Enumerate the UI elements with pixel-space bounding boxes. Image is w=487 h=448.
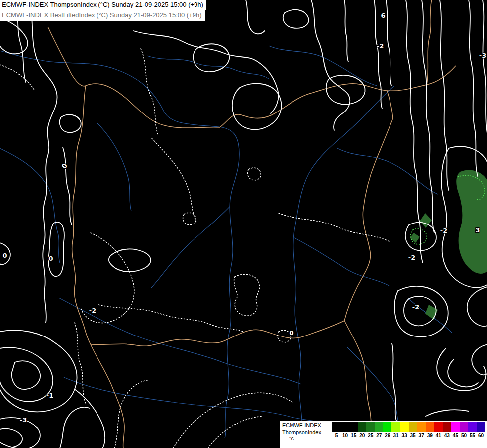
legend-segment: [417, 422, 426, 432]
legend-unit: °C: [282, 436, 330, 442]
legend-segment: [443, 422, 451, 432]
legend-segment: [426, 422, 434, 432]
contour-label: -2: [440, 227, 447, 234]
legend-text-block: ECMWF-INDEX ThompsonIndex °C: [282, 422, 330, 442]
legend-tick: 60: [477, 433, 485, 438]
legend-tick: 15: [349, 433, 358, 438]
map-title-primary: ECMWF-INDEX ThompsonIndex (°C) Sunday 21…: [0, 0, 206, 10]
legend-segment: [391, 422, 400, 432]
legend-segment: [358, 422, 366, 432]
legend-tick: 37: [417, 433, 426, 438]
contour-label: -1: [46, 392, 53, 399]
legend-title: ECMWF-INDEX: [282, 422, 330, 429]
contour-label: 6: [381, 12, 385, 19]
legend-tick: 31: [391, 433, 400, 438]
contour-label: 3: [475, 226, 480, 234]
legend-segment: [400, 422, 409, 432]
legend-tick: 39: [426, 433, 434, 438]
legend-segment: [451, 422, 460, 432]
legend-segment: [460, 422, 468, 432]
map-title-secondary: ECMWF-INDEX BestLiftedIndex (°C) Sunday …: [0, 10, 205, 21]
legend-tick: 10: [341, 433, 349, 438]
contour-label: 0: [48, 255, 53, 262]
contour-label: -3: [20, 416, 27, 424]
legend-tick: 27: [375, 433, 383, 438]
legend-segment: [409, 422, 417, 432]
legend-segment: [477, 422, 485, 432]
legend-colorbar: [332, 422, 485, 432]
legend-segment: [383, 422, 391, 432]
contour-label: 0: [2, 252, 7, 259]
legend-tick: 50: [460, 433, 468, 438]
weather-map: 000-2-1-36-2-3-23-2-20: [0, 0, 487, 448]
contour-label: -2: [412, 303, 419, 311]
header: ECMWF-INDEX ThompsonIndex (°C) Sunday 21…: [0, 0, 206, 21]
legend-segment: [341, 422, 349, 432]
legend-tick-row: 51015202527293133353739414345505560: [332, 433, 485, 438]
weather-map-canvas: 000-2-1-36-2-3-23-2-20: [0, 0, 487, 448]
legend-tick: 41: [434, 433, 443, 438]
contour-label: 0: [289, 329, 293, 336]
legend-tick: 25: [366, 433, 375, 438]
contour-label: -3: [479, 52, 486, 59]
legend-segment: [332, 422, 341, 432]
legend-segment: [375, 422, 383, 432]
legend-tick: 43: [443, 433, 451, 438]
legend-scale: 51015202527293133353739414345505560: [332, 422, 485, 438]
contour-label: -2: [408, 254, 415, 261]
legend-segment: [366, 422, 375, 432]
legend-subtitle: ThompsonIndex: [282, 429, 330, 436]
contour-label: -2: [377, 42, 384, 50]
legend-tick: 35: [409, 433, 417, 438]
legend-tick: 45: [451, 433, 460, 438]
legend-tick: 55: [468, 433, 477, 438]
legend-tick: 5: [332, 433, 341, 438]
legend-tick: 29: [383, 433, 391, 438]
legend: ECMWF-INDEX ThompsonIndex °C 51015202527…: [280, 421, 487, 448]
legend-tick: 33: [400, 433, 409, 438]
legend-segment: [468, 422, 477, 432]
legend-segment: [349, 422, 358, 432]
contour-label: -2: [89, 307, 96, 314]
legend-tick: 20: [358, 433, 366, 438]
legend-segment: [434, 422, 443, 432]
